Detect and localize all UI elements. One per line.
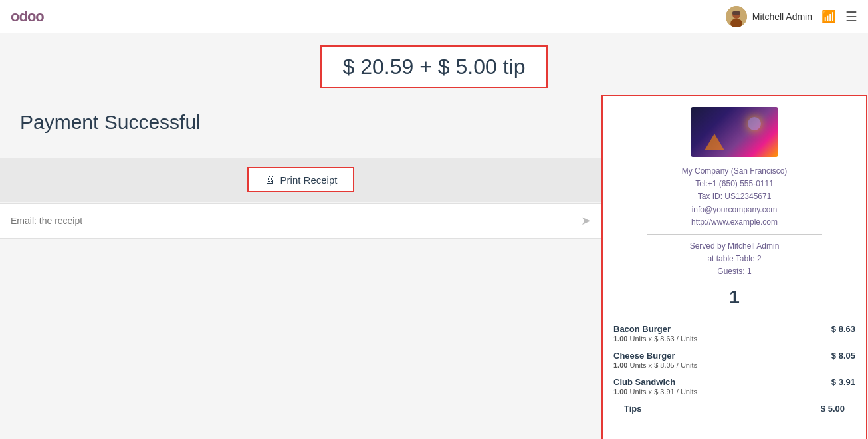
receipt-item-bacon-burger: Bacon Burger $ 8.63 1.00 Units x $ 8.63 … [613,324,855,343]
avatar [726,6,747,27]
receipt-panel: My Company (San Francisco) Tel:+1 (650) … [601,95,867,439]
receipt-items: Bacon Burger $ 8.63 1.00 Units x $ 8.63 … [603,324,866,414]
company-name: My Company (San Francisco) [682,165,788,178]
amount-header: $ 20.59 + $ 5.00 tip [0,33,868,95]
topbar-left: odoo [11,8,44,25]
email-bar: ➤ [0,203,601,239]
company-url: http://www.example.com [682,216,788,229]
topbar-right: Mitchell Admin 📶 ☰ [726,6,857,27]
svg-rect-3 [732,11,740,15]
left-panel: Payment Successful 🖨 Print Receipt ➤ ❯ N… [0,95,601,439]
receipt-item-row: Bacon Burger $ 8.63 [613,324,855,334]
item-name: Bacon Burger [613,324,671,334]
receipt-served: Served by Mitchell Admin at table Table … [690,240,780,279]
username: Mitchell Admin [752,11,812,22]
odoo-logo: odoo [11,8,44,25]
topbar: odoo Mitchell Admin 📶 ☰ [0,0,868,33]
spacer [0,239,601,439]
main-layout: Payment Successful 🖨 Print Receipt ➤ ❯ N… [0,95,868,439]
receipt-scroll: My Company (San Francisco) Tel:+1 (650) … [603,96,866,439]
receipt-item-club-sandwich: Club Sandwich $ 3.91 1.00 Units x $ 3.91… [613,377,855,396]
print-receipt-label: Print Receipt [280,174,338,186]
email-input[interactable] [11,216,581,226]
receipt-item-cheese-burger: Cheese Burger $ 8.05 1.00 Units x $ 8.05… [613,351,855,369]
print-receipt-button[interactable]: 🖨 Print Receipt [247,167,355,192]
receipt-divider [647,234,821,235]
user-area: Mitchell Admin [726,6,812,27]
send-icon[interactable]: ➤ [581,214,591,228]
item-price: $ 3.91 [831,377,855,387]
company-tax: Tax ID: US12345671 [682,190,788,203]
tip-label: Tips [624,404,642,414]
menu-icon[interactable]: ☰ [845,9,857,25]
receipt-tip-row: Tips $ 5.00 [613,404,855,414]
item-price: $ 8.63 [831,324,855,334]
printer-icon: 🖨 [265,174,275,186]
item-price: $ 8.05 [831,351,855,361]
served-by: Served by Mitchell Admin [690,240,780,253]
tip-price: $ 5.00 [821,404,845,414]
receipt-item-row: Club Sandwich $ 3.91 [613,377,855,387]
item-name: Cheese Burger [613,351,675,361]
amount-box: $ 20.59 + $ 5.00 tip [320,45,548,88]
receipt-company-image [691,107,778,157]
receipt-header: My Company (San Francisco) Tel:+1 (650) … [603,96,866,324]
receipt-table: at table Table 2 [690,253,780,265]
receipt-item-row: Cheese Burger $ 8.05 [613,351,855,361]
company-tel: Tel:+1 (650) 555-0111 [682,178,788,190]
payment-success-title: Payment Successful [20,111,582,134]
company-email: info@yourcompany.com [682,204,788,216]
receipt-guests-label: Guests: 1 [690,265,780,278]
print-receipt-bar: 🖨 Print Receipt [0,158,601,202]
item-detail: 1.00 Units x $ 8.05 / Units [613,361,855,369]
receipt-company-info: My Company (San Francisco) Tel:+1 (650) … [682,165,788,229]
item-detail: 1.00 Units x $ 3.91 / Units [613,388,855,396]
receipt-guests-number: 1 [729,287,740,308]
item-name: Club Sandwich [613,377,675,387]
item-detail: 1.00 Units x $ 8.63 / Units [613,335,855,343]
wifi-icon: 📶 [821,9,836,24]
payment-success-section: Payment Successful [0,95,601,158]
